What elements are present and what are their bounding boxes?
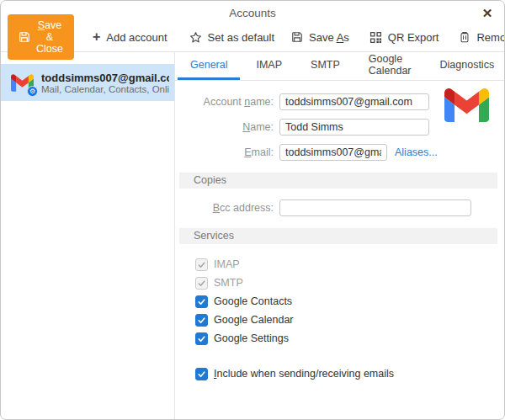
- google-settings-label: Google Settings: [214, 332, 289, 344]
- service-row-smtp: SMTP: [195, 274, 504, 292]
- qr-code-icon: [369, 31, 382, 44]
- email-label: Email:: [175, 146, 274, 158]
- save-icon: [291, 31, 303, 43]
- gear-badge-icon: ⚙: [27, 86, 38, 97]
- save-as-button[interactable]: Save As: [291, 31, 349, 44]
- trash-icon: [459, 31, 470, 43]
- account-sidebar: ⚙ toddsimms007@gmail.com Mail, Calendar,…: [1, 52, 175, 419]
- save-as-label: Save As: [309, 31, 349, 44]
- close-button[interactable]: ✕: [479, 5, 496, 22]
- section-header-services: Services: [179, 228, 497, 244]
- google-contacts-checkbox[interactable]: [195, 295, 208, 308]
- email-input[interactable]: [279, 144, 387, 161]
- google-settings-checkbox[interactable]: [195, 332, 208, 345]
- gmail-account-icon: ⚙: [11, 74, 34, 92]
- dialog-body: ⚙ toddsimms007@gmail.com Mail, Calendar,…: [1, 52, 504, 419]
- service-row-google-calendar[interactable]: Google Calendar: [195, 311, 504, 329]
- google-calendar-checkbox[interactable]: [195, 314, 208, 327]
- set-default-button[interactable]: Set as default: [189, 31, 275, 44]
- account-settings-panel: General IMAP SMTP Google Calendar Diagno…: [175, 52, 504, 419]
- accounts-dialog: Accounts ✕ Save & Close + Add account: [0, 0, 505, 420]
- remove-button[interactable]: Remove: [459, 31, 505, 44]
- remove-label: Remove: [476, 31, 505, 44]
- aliases-link[interactable]: Aliases...: [395, 146, 438, 158]
- general-form: Account name: Name: Email: Aliases... Co…: [175, 81, 504, 419]
- tab-bar: General IMAP SMTP Google Calendar Diagno…: [175, 52, 504, 81]
- star-icon: [189, 31, 202, 44]
- account-name-label: Account name:: [175, 96, 274, 108]
- include-checkbox[interactable]: [195, 368, 208, 380]
- titlebar: Accounts ✕: [1, 1, 504, 24]
- tab-google-calendar[interactable]: Google Calendar: [356, 52, 424, 80]
- plus-icon: +: [93, 29, 100, 45]
- imap-checkbox: [195, 258, 208, 271]
- close-icon: ✕: [482, 6, 493, 20]
- service-row-google-contacts[interactable]: Google Contacts: [195, 292, 504, 311]
- bcc-address-label: Bcc address:: [175, 202, 274, 214]
- name-input[interactable]: [279, 119, 429, 136]
- service-row-google-settings[interactable]: Google Settings: [195, 329, 504, 348]
- service-row-imap: IMAP: [195, 255, 504, 274]
- section-header-copies: Copies: [179, 173, 497, 189]
- add-account-button[interactable]: + Add account: [93, 29, 167, 45]
- google-contacts-label: Google Contacts: [214, 295, 292, 307]
- imap-label: IMAP: [214, 258, 240, 270]
- smtp-checkbox: [195, 277, 208, 290]
- save-close-label: Save & Close: [36, 19, 63, 55]
- account-email: toddsimms007@gmail.com: [41, 72, 169, 84]
- smtp-label: SMTP: [214, 277, 243, 289]
- tab-general[interactable]: General: [178, 52, 240, 80]
- tab-smtp[interactable]: SMTP: [298, 52, 353, 80]
- set-default-label: Set as default: [208, 31, 275, 44]
- bcc-address-input[interactable]: [279, 199, 471, 216]
- google-calendar-label: Google Calendar: [214, 314, 294, 326]
- window-title: Accounts: [1, 7, 504, 19]
- include-row[interactable]: Include when sending/receiving emails: [195, 364, 504, 383]
- toolbar: Save & Close + Add account Set as defaul…: [1, 24, 504, 52]
- tab-diagnostics[interactable]: Diagnostics: [428, 52, 505, 80]
- save-icon: [19, 31, 30, 43]
- tab-imap[interactable]: IMAP: [243, 52, 295, 80]
- account-services-summary: Mail, Calendar, Contacts, Online Me...: [41, 84, 169, 94]
- account-name-input[interactable]: [279, 93, 429, 110]
- include-label: Include when sending/receiving emails: [214, 368, 394, 380]
- gmail-logo: [444, 88, 489, 125]
- qr-export-button[interactable]: QR Export: [369, 31, 439, 44]
- name-label: Name:: [175, 121, 274, 133]
- qr-export-label: QR Export: [388, 31, 439, 44]
- account-list-item[interactable]: ⚙ toddsimms007@gmail.com Mail, Calendar,…: [1, 64, 174, 101]
- add-account-label: Add account: [106, 31, 167, 44]
